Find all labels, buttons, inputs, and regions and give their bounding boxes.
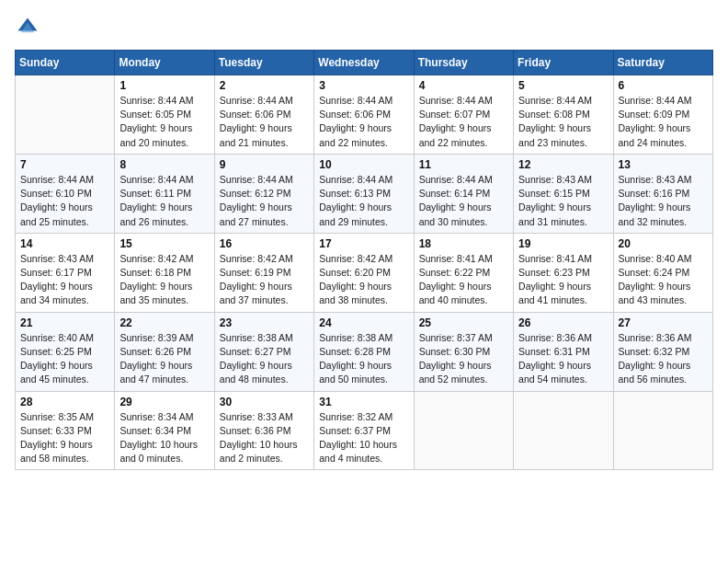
day-header-wednesday: Wednesday (314, 51, 414, 75)
calendar-cell: 15Sunrise: 8:42 AM Sunset: 6:18 PM Dayli… (115, 233, 214, 312)
calendar-cell: 5Sunrise: 8:44 AM Sunset: 6:08 PM Daylig… (514, 75, 613, 155)
calendar-cell: 26Sunrise: 8:36 AM Sunset: 6:31 PM Dayli… (514, 312, 613, 391)
calendar-cell: 10Sunrise: 8:44 AM Sunset: 6:13 PM Dayli… (314, 154, 414, 233)
day-number: 19 (518, 237, 608, 250)
day-number: 13 (619, 158, 708, 171)
day-number: 23 (220, 316, 309, 329)
day-info: Sunrise: 8:44 AM Sunset: 6:06 PM Dayligh… (319, 94, 408, 150)
day-info: Sunrise: 8:35 AM Sunset: 6:33 PM Dayligh… (20, 410, 109, 466)
day-info: Sunrise: 8:44 AM Sunset: 6:11 PM Dayligh… (119, 173, 209, 229)
day-number: 20 (619, 237, 708, 250)
day-info: Sunrise: 8:43 AM Sunset: 6:17 PM Dayligh… (20, 252, 109, 308)
calendar-cell: 14Sunrise: 8:43 AM Sunset: 6:17 PM Dayli… (16, 233, 115, 312)
calendar-cell: 29Sunrise: 8:34 AM Sunset: 6:34 PM Dayli… (115, 391, 214, 470)
calendar-cell: 17Sunrise: 8:42 AM Sunset: 6:20 PM Dayli… (314, 233, 414, 312)
day-header-tuesday: Tuesday (214, 51, 313, 75)
calendar-cell: 31Sunrise: 8:32 AM Sunset: 6:37 PM Dayli… (314, 391, 414, 470)
day-number: 21 (20, 316, 109, 329)
day-number: 17 (319, 237, 408, 250)
day-number: 10 (319, 158, 408, 171)
day-info: Sunrise: 8:43 AM Sunset: 6:15 PM Dayligh… (518, 173, 608, 229)
calendar-cell: 19Sunrise: 8:41 AM Sunset: 6:23 PM Dayli… (514, 233, 613, 312)
day-number: 15 (119, 237, 209, 250)
calendar-cell: 30Sunrise: 8:33 AM Sunset: 6:36 PM Dayli… (214, 391, 313, 470)
calendar-cell: 22Sunrise: 8:39 AM Sunset: 6:26 PM Dayli… (115, 312, 214, 391)
calendar-cell: 2Sunrise: 8:44 AM Sunset: 6:06 PM Daylig… (214, 75, 313, 155)
day-number: 11 (419, 158, 508, 171)
day-info: Sunrise: 8:41 AM Sunset: 6:23 PM Dayligh… (518, 252, 608, 308)
day-info: Sunrise: 8:44 AM Sunset: 6:09 PM Dayligh… (619, 94, 708, 150)
day-number: 14 (20, 237, 109, 250)
day-header-monday: Monday (115, 51, 214, 75)
day-info: Sunrise: 8:42 AM Sunset: 6:19 PM Dayligh… (220, 252, 309, 308)
day-number: 26 (518, 316, 608, 329)
calendar-cell: 8Sunrise: 8:44 AM Sunset: 6:11 PM Daylig… (115, 154, 214, 233)
calendar-cell: 20Sunrise: 8:40 AM Sunset: 6:24 PM Dayli… (613, 233, 712, 312)
day-number: 27 (619, 316, 708, 329)
calendar-cell: 16Sunrise: 8:42 AM Sunset: 6:19 PM Dayli… (214, 233, 313, 312)
calendar-cell: 4Sunrise: 8:44 AM Sunset: 6:07 PM Daylig… (414, 75, 513, 155)
calendar-cell: 7Sunrise: 8:44 AM Sunset: 6:10 PM Daylig… (16, 154, 115, 233)
day-info: Sunrise: 8:44 AM Sunset: 6:14 PM Dayligh… (419, 173, 508, 229)
calendar-cell: 27Sunrise: 8:36 AM Sunset: 6:32 PM Dayli… (613, 312, 712, 391)
day-header-sunday: Sunday (16, 51, 115, 75)
day-info: Sunrise: 8:40 AM Sunset: 6:24 PM Dayligh… (619, 252, 708, 308)
logo (15, 15, 44, 40)
calendar-cell: 23Sunrise: 8:38 AM Sunset: 6:27 PM Dayli… (214, 312, 313, 391)
day-info: Sunrise: 8:39 AM Sunset: 6:26 PM Dayligh… (119, 331, 209, 387)
day-number: 31 (319, 396, 408, 408)
day-info: Sunrise: 8:44 AM Sunset: 6:10 PM Dayligh… (20, 173, 109, 229)
day-number: 24 (319, 316, 408, 329)
day-number: 9 (220, 158, 309, 171)
calendar-cell (514, 391, 613, 470)
day-info: Sunrise: 8:33 AM Sunset: 6:36 PM Dayligh… (220, 410, 309, 466)
calendar-cell (16, 75, 115, 155)
day-number: 4 (419, 79, 508, 92)
day-number: 25 (419, 316, 508, 329)
calendar-cell: 6Sunrise: 8:44 AM Sunset: 6:09 PM Daylig… (613, 75, 712, 155)
calendar-cell: 11Sunrise: 8:44 AM Sunset: 6:14 PM Dayli… (414, 154, 513, 233)
day-info: Sunrise: 8:42 AM Sunset: 6:20 PM Dayligh… (319, 252, 408, 308)
calendar-cell: 13Sunrise: 8:43 AM Sunset: 6:16 PM Dayli… (613, 154, 712, 233)
day-number: 29 (119, 396, 209, 408)
day-number: 22 (119, 316, 209, 329)
day-info: Sunrise: 8:40 AM Sunset: 6:25 PM Dayligh… (20, 331, 109, 387)
day-header-thursday: Thursday (414, 51, 513, 75)
day-header-saturday: Saturday (613, 51, 712, 75)
calendar-cell: 24Sunrise: 8:38 AM Sunset: 6:28 PM Dayli… (314, 312, 414, 391)
day-info: Sunrise: 8:32 AM Sunset: 6:37 PM Dayligh… (319, 410, 408, 466)
day-info: Sunrise: 8:41 AM Sunset: 6:22 PM Dayligh… (419, 252, 508, 308)
day-number: 30 (220, 396, 309, 408)
day-info: Sunrise: 8:44 AM Sunset: 6:05 PM Dayligh… (119, 94, 209, 150)
day-number: 6 (619, 79, 708, 92)
day-number: 7 (20, 158, 109, 171)
calendar-table: SundayMondayTuesdayWednesdayThursdayFrid… (15, 50, 713, 470)
calendar-cell: 9Sunrise: 8:44 AM Sunset: 6:12 PM Daylig… (214, 154, 313, 233)
calendar-cell: 18Sunrise: 8:41 AM Sunset: 6:22 PM Dayli… (414, 233, 513, 312)
day-header-friday: Friday (514, 51, 613, 75)
day-number: 18 (419, 237, 508, 250)
day-info: Sunrise: 8:44 AM Sunset: 6:12 PM Dayligh… (220, 173, 309, 229)
header (15, 15, 713, 40)
day-number: 1 (119, 79, 209, 92)
calendar-cell: 21Sunrise: 8:40 AM Sunset: 6:25 PM Dayli… (16, 312, 115, 391)
day-info: Sunrise: 8:44 AM Sunset: 6:06 PM Dayligh… (220, 94, 309, 150)
day-info: Sunrise: 8:38 AM Sunset: 6:28 PM Dayligh… (319, 331, 408, 387)
day-info: Sunrise: 8:34 AM Sunset: 6:34 PM Dayligh… (119, 410, 209, 466)
calendar-cell: 12Sunrise: 8:43 AM Sunset: 6:15 PM Dayli… (514, 154, 613, 233)
day-info: Sunrise: 8:44 AM Sunset: 6:13 PM Dayligh… (319, 173, 408, 229)
day-info: Sunrise: 8:44 AM Sunset: 6:08 PM Dayligh… (518, 94, 608, 150)
day-number: 12 (518, 158, 608, 171)
day-info: Sunrise: 8:42 AM Sunset: 6:18 PM Dayligh… (119, 252, 209, 308)
day-info: Sunrise: 8:44 AM Sunset: 6:07 PM Dayligh… (419, 94, 508, 150)
day-number: 5 (518, 79, 608, 92)
day-number: 3 (319, 79, 408, 92)
day-number: 28 (20, 396, 109, 408)
day-info: Sunrise: 8:36 AM Sunset: 6:31 PM Dayligh… (518, 331, 608, 387)
day-number: 2 (220, 79, 309, 92)
day-info: Sunrise: 8:36 AM Sunset: 6:32 PM Dayligh… (619, 331, 708, 387)
day-info: Sunrise: 8:38 AM Sunset: 6:27 PM Dayligh… (220, 331, 309, 387)
calendar-cell (414, 391, 513, 470)
calendar-cell: 3Sunrise: 8:44 AM Sunset: 6:06 PM Daylig… (314, 75, 414, 155)
calendar-cell (613, 391, 712, 470)
